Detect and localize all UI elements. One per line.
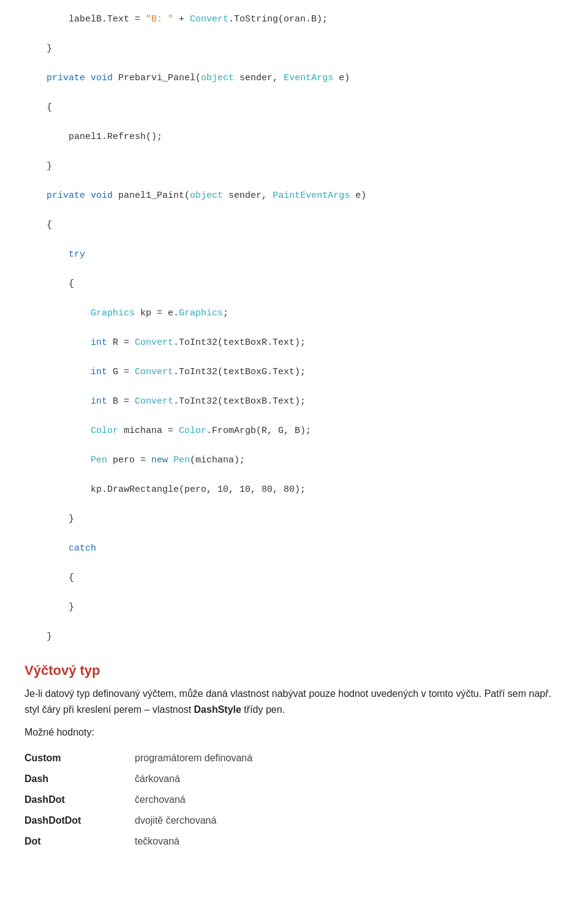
value-row: DashDotDotdvojitě čerchovaná — [24, 810, 564, 831]
possible-values-label: Možné hodnoty: — [24, 727, 564, 738]
code-line: { — [24, 218, 564, 233]
code-line — [24, 585, 564, 600]
code-block: labelB.Text = "B: " + Convert.ToString(o… — [24, 12, 564, 644]
code-line — [24, 86, 564, 100]
code-line — [24, 409, 564, 424]
code-line: Color michana = Color.FromArgb(R, G, B); — [24, 424, 564, 438]
code-line — [24, 115, 564, 130]
code-line: int G = Convert.ToInt32(textBoxG.Text); — [24, 365, 564, 380]
values-table: Customprogramátorem definovanáDashčárkov… — [24, 748, 564, 852]
section-desc-text2: třídy pen. — [241, 704, 285, 715]
value-desc: čárkovaná — [135, 769, 564, 789]
value-desc: programátorem definovaná — [135, 748, 564, 769]
code-line: { — [24, 277, 564, 292]
code-line — [24, 233, 564, 247]
code-line: } — [24, 600, 564, 615]
code-line — [24, 438, 564, 453]
code-line: Pen pero = new Pen(michana); — [24, 453, 564, 468]
code-line: } — [24, 159, 564, 174]
code-line: private void panel1_Paint(object sender,… — [24, 189, 564, 203]
code-line — [24, 262, 564, 277]
value-desc: dvojitě čerchovaná — [135, 810, 564, 831]
code-line — [24, 145, 564, 159]
value-name: Dash — [24, 769, 135, 789]
code-line — [24, 556, 564, 571]
code-line — [24, 380, 564, 394]
code-line: } — [24, 42, 564, 56]
code-line: panel1.Refresh(); — [24, 130, 564, 145]
code-line: kp.DrawRectangle(pero, 10, 10, 80, 80); — [24, 483, 564, 497]
value-row: DashDotčerchovaná — [24, 789, 564, 810]
code-line: int R = Convert.ToInt32(textBoxR.Text); — [24, 336, 564, 350]
code-line — [24, 350, 564, 365]
code-line — [24, 615, 564, 630]
value-row: Customprogramátorem definovaná — [24, 748, 564, 769]
code-line: private void Prebarvi_Panel(object sende… — [24, 71, 564, 86]
code-line: { — [24, 100, 564, 115]
section-content: Výčtový typ Je-li datový typ definovaný … — [24, 663, 564, 852]
value-row: Dottečkovaná — [24, 831, 564, 852]
value-desc: tečkovaná — [135, 831, 564, 852]
code-line: labelB.Text = "B: " + Convert.ToString(o… — [24, 12, 564, 27]
value-name: DashDotDot — [24, 810, 135, 831]
code-line — [24, 174, 564, 189]
section-description: Je-li datový typ definovaný výčtem, může… — [24, 686, 564, 717]
value-row: Dashčárkovaná — [24, 769, 564, 789]
code-line: Graphics kp = e.Graphics; — [24, 306, 564, 321]
value-name: Dot — [24, 831, 135, 852]
section-desc-text1: Je-li datový typ definovaný výčtem, může… — [24, 688, 551, 715]
code-line — [24, 56, 564, 71]
section-desc-bold: DashStyle — [194, 704, 241, 715]
code-line: } — [24, 512, 564, 527]
value-name: DashDot — [24, 789, 135, 810]
code-line — [24, 203, 564, 218]
section-title: Výčtový typ — [24, 663, 564, 679]
code-line — [24, 527, 564, 541]
value-desc: čerchovaná — [135, 789, 564, 810]
code-line — [24, 497, 564, 512]
code-line: try — [24, 247, 564, 262]
code-line: { — [24, 571, 564, 585]
code-line: catch — [24, 541, 564, 556]
code-line — [24, 27, 564, 42]
value-name: Custom — [24, 748, 135, 769]
code-line — [24, 292, 564, 306]
code-line: int B = Convert.ToInt32(textBoxB.Text); — [24, 394, 564, 409]
code-line — [24, 321, 564, 336]
code-line: } — [24, 630, 564, 644]
code-line — [24, 468, 564, 483]
